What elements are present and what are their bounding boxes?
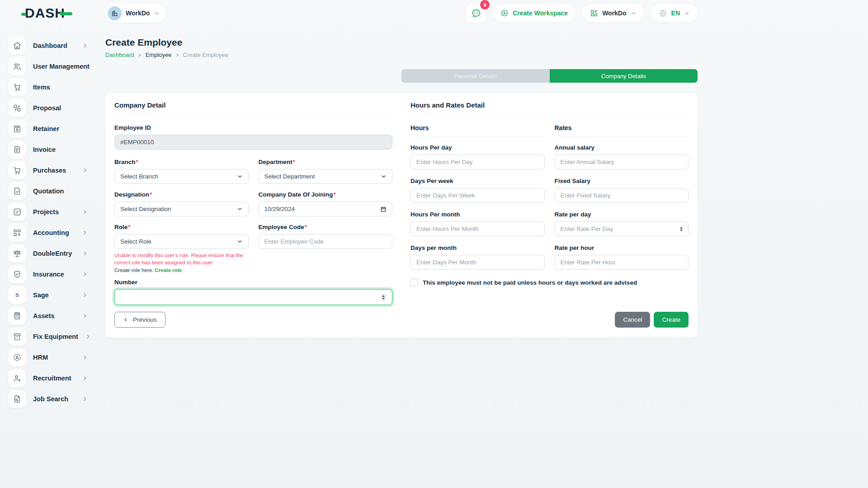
calendar-icon[interactable] bbox=[380, 206, 387, 212]
hours-per-day-input[interactable]: Enter Hours Per Day bbox=[410, 155, 545, 169]
hrm-icon bbox=[8, 348, 26, 366]
grid-plus-icon bbox=[590, 9, 598, 17]
field-annual-salary: Annual salaryEnter Annual Salary bbox=[555, 144, 689, 169]
sidebar-item-purchases[interactable]: Purchases bbox=[8, 160, 88, 181]
branch-select[interactable]: Select Branch bbox=[114, 169, 249, 184]
sidebar-item-retainer[interactable]: Retainer bbox=[8, 118, 88, 139]
sidebar-item-accounting[interactable]: Accounting bbox=[8, 222, 88, 243]
previous-button[interactable]: Previous bbox=[114, 312, 165, 328]
apps-menu-button[interactable]: WorkDo bbox=[582, 4, 644, 22]
cancel-button[interactable]: Cancel bbox=[615, 312, 650, 328]
previous-button-label: Previous bbox=[133, 316, 157, 323]
messages-button[interactable]: 0 bbox=[466, 3, 486, 23]
messages-badge: 0 bbox=[480, 0, 490, 9]
workspace-name: WorkDo bbox=[126, 9, 150, 17]
sidebar-item-proposal[interactable]: Proposal bbox=[8, 98, 88, 118]
field-label: Hours Per day bbox=[410, 144, 545, 151]
branch-label: Branch* bbox=[114, 159, 249, 165]
field-label: Rate per day bbox=[555, 211, 689, 218]
chevron-right-icon bbox=[82, 167, 88, 174]
role-select[interactable]: Select Role bbox=[114, 234, 249, 249]
employee-code-input[interactable]: Enter Employee Code bbox=[259, 234, 393, 249]
annual-salary-input[interactable]: Enter Annual Salary bbox=[555, 155, 689, 169]
language-selector[interactable]: EN bbox=[651, 4, 698, 22]
sidebar-item-label: HRM bbox=[33, 354, 48, 361]
building-icon bbox=[108, 6, 122, 20]
sidebar-item-label: Sage bbox=[33, 291, 49, 299]
breadcrumb-link-dashboard[interactable]: Dashboard bbox=[105, 52, 134, 58]
sidebar-item-insurance[interactable]: Insurance bbox=[8, 264, 88, 285]
sidebar-item-quotation[interactable]: Quotation bbox=[8, 181, 88, 202]
field-placeholder: Enter Days Per Month bbox=[416, 259, 476, 266]
sidebar-item-label: DoubleEntry bbox=[33, 250, 72, 257]
create-button[interactable]: Create bbox=[654, 312, 689, 328]
number-label: Number bbox=[114, 279, 392, 286]
rates-fields: Annual salaryEnter Annual SalaryFixed Sa… bbox=[555, 144, 689, 270]
chevron-down-icon bbox=[154, 10, 160, 16]
required-marker: * bbox=[334, 191, 336, 198]
no-pay-checkbox[interactable] bbox=[410, 279, 418, 286]
field-hours-per-day: Hours Per dayEnter Hours Per Day bbox=[410, 144, 545, 169]
rate-per-day-input[interactable]: Enter Rate Per Day bbox=[555, 221, 689, 236]
cart-icon bbox=[8, 161, 26, 179]
create-employee-form-card: Company Detail Employee ID #EMP00010 Bra… bbox=[105, 93, 698, 338]
employee-id-field: #EMP00010 bbox=[114, 135, 392, 150]
sidebar-item-items[interactable]: Items bbox=[8, 77, 88, 98]
sidebar-item-assets[interactable]: Assets bbox=[8, 305, 88, 326]
sidebar-item-label: Purchases bbox=[33, 167, 66, 174]
hours-per-month-input[interactable]: Enter Hours Per Month bbox=[410, 221, 545, 236]
required-marker: * bbox=[150, 191, 152, 198]
sidebar-item-user-management[interactable]: User Management bbox=[8, 56, 88, 77]
number-stepper[interactable] bbox=[380, 294, 387, 301]
designation-joining-row: Designation* Select Designation Company … bbox=[114, 191, 392, 216]
days-per-month-input[interactable]: Enter Days Per Month bbox=[410, 255, 545, 270]
sidebar-item-recruitment[interactable]: Recruitment bbox=[8, 368, 88, 389]
workspace-switcher[interactable]: WorkDo bbox=[105, 4, 166, 23]
days-per-week-input[interactable]: Enter Days Per Week bbox=[410, 188, 545, 203]
designation-selected-value: Select Designation bbox=[120, 206, 171, 212]
rate-per-hour-input[interactable]: Enter Rate Per Hour bbox=[555, 255, 689, 270]
sidebar-item-fix-equipment[interactable]: Fix Equipment bbox=[8, 326, 88, 347]
sidebar-item-label: Proposal bbox=[33, 104, 61, 112]
number-stepper-icon[interactable] bbox=[680, 227, 683, 231]
create-workspace-button[interactable]: Create Workspace bbox=[493, 4, 576, 22]
joining-date-input[interactable]: 10/29/2024 bbox=[259, 202, 393, 216]
field-days-per-month: Days per monthEnter Days Per Month bbox=[410, 244, 545, 270]
calculator-icon bbox=[8, 307, 26, 325]
sidebar-item-label: Job Search bbox=[33, 395, 68, 403]
chevron-right-icon bbox=[82, 209, 88, 215]
sidebar-item-sage[interactable]: SSage bbox=[8, 285, 88, 305]
tab-company-details[interactable]: Company Details bbox=[550, 69, 698, 83]
grid-plus-icon bbox=[8, 224, 26, 242]
sidebar-nav: DashboardUser ManagementItemsProposalRet… bbox=[0, 26, 93, 488]
sidebar-item-dashboard[interactable]: Dashboard bbox=[8, 35, 88, 56]
chevron-down-icon bbox=[381, 174, 387, 179]
department-select[interactable]: Select Department bbox=[259, 169, 393, 184]
save-icon bbox=[8, 120, 26, 138]
globe-icon bbox=[659, 9, 667, 18]
chevron-down-icon bbox=[237, 174, 243, 179]
sidebar-item-label: Dashboard bbox=[33, 42, 67, 49]
plus-circle-icon bbox=[500, 9, 509, 17]
breadcrumb-current: Create Employee bbox=[183, 52, 228, 58]
sidebar-item-job-search[interactable]: Job Search bbox=[8, 389, 88, 409]
sidebar-item-hrm[interactable]: HRM bbox=[8, 347, 88, 368]
fixed-salary-input[interactable]: Enter Fixed Salary bbox=[555, 188, 689, 203]
sidebar-item-label: Items bbox=[33, 84, 50, 91]
number-input[interactable] bbox=[114, 289, 392, 305]
breadcrumb-separator: > bbox=[175, 52, 179, 58]
employee-id-value: #EMP00010 bbox=[120, 139, 154, 145]
sidebar-item-projects[interactable]: Projects bbox=[8, 202, 88, 222]
sidebar-item-doubleentry[interactable]: DoubleEntry bbox=[8, 243, 88, 264]
create-role-link[interactable]: Create role bbox=[155, 267, 182, 273]
sidebar-item-label: User Management bbox=[33, 63, 90, 70]
sidebar-item-invoice[interactable]: Invoice bbox=[8, 139, 88, 160]
form-step-tabs: Personal Details Company Details bbox=[401, 69, 698, 83]
tab-personal-details[interactable]: Personal Details bbox=[401, 69, 550, 83]
sidebar-item-label: Invoice bbox=[33, 146, 56, 153]
designation-select[interactable]: Select Designation bbox=[114, 202, 249, 216]
chevron-right-icon bbox=[85, 333, 91, 340]
user-plus-icon bbox=[8, 369, 26, 387]
sidebar-item-label: Quotation bbox=[33, 188, 64, 195]
chevron-right-icon bbox=[82, 42, 88, 49]
